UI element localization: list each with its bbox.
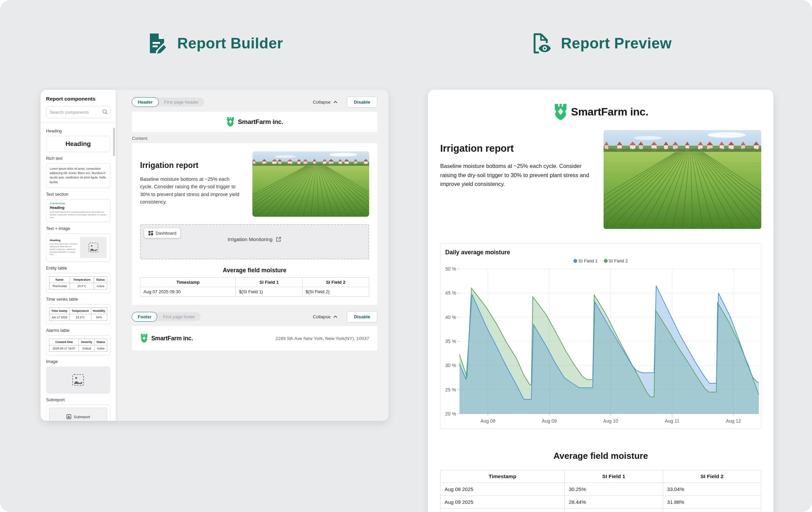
- search-input[interactable]: [46, 106, 111, 118]
- search-icon: [102, 109, 108, 115]
- svg-text:25 %: 25 %: [445, 387, 456, 392]
- component-label-subreport: Subreport: [46, 398, 110, 402]
- subreport-icon: [66, 414, 71, 419]
- component-text-image[interactable]: Heading Lorem ipsum dolor sit amet, cons…: [46, 233, 110, 262]
- table-row: Aug 08 2025 30.25% 33.04%: [441, 483, 761, 496]
- component-label-rich-text: Rich text: [46, 156, 110, 161]
- svg-text:Aug 09: Aug 09: [542, 418, 557, 424]
- farm-field-image: [252, 151, 369, 217]
- component-label-text-image: Text + image: [46, 226, 110, 231]
- report-footer-preview: SmartFarm inc. 2289 5th Ave New York, Ne…: [132, 326, 377, 350]
- component-rich-text[interactable]: Lorem ipsum dolor sit amet, consectetur …: [46, 163, 110, 188]
- svg-text:40 %: 40 %: [445, 315, 456, 320]
- component-label-heading: Heading: [46, 129, 110, 133]
- preview-report-body: Baseline moisture bottoms at ~25% each c…: [440, 162, 591, 189]
- report-header-preview: SmartFarm inc.: [132, 112, 377, 132]
- report-heading: Irrigation report: [140, 161, 241, 170]
- dashboard-placeholder-block[interactable]: Dashboard Irrigation Monitoring: [140, 224, 369, 259]
- footer-disable-button[interactable]: Disable: [347, 311, 377, 322]
- chevron-up-icon: [333, 100, 338, 105]
- report-content-canvas: Irrigation report Baseline moisture bott…: [132, 143, 377, 305]
- shield-logo-icon: [553, 103, 568, 121]
- svg-text:30 %: 30 %: [445, 363, 456, 368]
- footer-tabs: Footer First page footer: [132, 312, 201, 321]
- external-link-icon: [276, 236, 281, 242]
- company-name: SmartFarm inc.: [238, 118, 283, 126]
- sidebar-scrollbar[interactable]: [113, 128, 115, 156]
- svg-text:35 %: 35 %: [445, 339, 456, 344]
- report-preview-panel: SmartFarm inc. Irrigation report Baselin…: [428, 90, 773, 512]
- header-section-bar: Header First page header Collapse Disabl…: [132, 97, 377, 107]
- component-entity-table[interactable]: Name Temperature Status Thermostat 23.4°…: [46, 273, 110, 293]
- component-label-image: Image: [46, 359, 110, 364]
- shield-logo-icon: [226, 117, 235, 127]
- preview-table-title: Average field moisture: [440, 451, 761, 461]
- svg-text:50 %: 50 %: [445, 266, 456, 272]
- chevron-up-icon: [333, 314, 338, 319]
- component-list: Heading Heading Rich text Lorem ipsum do…: [41, 123, 116, 421]
- sidebar-title: Report components: [46, 96, 111, 102]
- table-row: Aug 09 2025 28.44% 31.88%: [441, 496, 761, 509]
- component-subreport[interactable]: Subreport: [46, 405, 110, 421]
- component-alarms-table[interactable]: Created time Severity Status 2025-06-17 …: [46, 335, 110, 355]
- tab-first-page-header[interactable]: First page header: [158, 98, 204, 107]
- header-disable-button[interactable]: Disable: [347, 97, 377, 108]
- svg-text:Aug 10: Aug 10: [603, 418, 618, 424]
- report-builder-icon: [146, 33, 168, 54]
- preview-title-row: Report Preview: [428, 33, 773, 54]
- tab-footer[interactable]: Footer: [132, 312, 157, 322]
- component-text-section[interactable]: SUBHEADING Heading Lorem ipsum dolor sit…: [46, 199, 110, 222]
- company-name: SmartFarm inc.: [151, 335, 193, 342]
- shield-logo-icon: [140, 334, 148, 343]
- footer-section-bar: Footer First page footer Collapse Disabl…: [132, 311, 377, 322]
- farm-field-image: [604, 130, 761, 229]
- image-placeholder-icon: [72, 374, 84, 386]
- component-label-alarms-table: Alarms table: [46, 328, 110, 333]
- table-row: Aug 07 2025 09:30 ${SI Field 1} ${SI Fie…: [140, 287, 369, 297]
- content-section-label: Content: [132, 136, 377, 141]
- component-heading[interactable]: Heading: [46, 136, 110, 152]
- image-placeholder-icon: [88, 242, 98, 253]
- moisture-chart-panel: Daily average moisture SI Field 1 SI Fie…: [440, 243, 761, 429]
- svg-text:20 %: 20 %: [445, 411, 456, 417]
- svg-text:Aug 12: Aug 12: [726, 418, 741, 424]
- builder-table-title: Average field moisture: [140, 267, 369, 274]
- moisture-area-chart: 20 %25 %30 %35 %40 %45 %50 %Aug 08Aug 09…: [441, 243, 761, 429]
- critical-severity-value: Critical: [79, 345, 94, 351]
- builder-moisture-table: Timestamp SI Field 1 SI Field 2 Aug 07 2…: [140, 277, 369, 297]
- dashboard-chip[interactable]: Dashboard: [144, 228, 180, 238]
- tab-first-page-footer[interactable]: First page footer: [157, 312, 201, 321]
- company-address: 2289 5th Ave New York, New York(NY), 100…: [275, 336, 369, 341]
- component-label-entity-table: Entity table: [46, 266, 110, 271]
- grid-icon: [148, 231, 153, 236]
- footer-collapse-button[interactable]: Collapse: [313, 314, 338, 319]
- company-logo: SmartFarm inc.: [553, 103, 649, 121]
- preview-moisture-table: Timestamp SI Field 1 SI Field 2 Aug 08 2…: [440, 470, 761, 512]
- component-time-series-table[interactable]: Time stamp Temperature Humidity Jun 17 2…: [46, 304, 110, 324]
- svg-text:Aug 08: Aug 08: [480, 418, 496, 424]
- tab-header[interactable]: Header: [132, 97, 159, 107]
- component-image[interactable]: [46, 366, 110, 393]
- component-label-time-series-table: Time series table: [46, 297, 110, 302]
- component-label-text-section: Text section: [46, 192, 110, 197]
- company-name: SmartFarm inc.: [571, 106, 649, 118]
- dashboard-link[interactable]: Irrigation Monitoring: [228, 236, 282, 242]
- report-builder-panel: Report components Heading Heading Rich t…: [41, 90, 388, 421]
- preview-report-heading: Irrigation report: [440, 143, 591, 154]
- report-preview-icon: [530, 33, 551, 54]
- components-sidebar: Report components Heading Heading Rich t…: [41, 90, 116, 421]
- report-body-text: Baseline moisture bottoms at ~25% each c…: [140, 175, 241, 206]
- company-logo: SmartFarm inc.: [140, 334, 193, 343]
- svg-text:Aug 11: Aug 11: [665, 418, 680, 424]
- preview-title: Report Preview: [561, 35, 672, 52]
- header-collapse-button[interactable]: Collapse: [313, 100, 338, 105]
- builder-editor: Header First page header Collapse Disabl…: [116, 90, 388, 421]
- svg-text:45 %: 45 %: [445, 290, 456, 296]
- header-tabs: Header First page header: [132, 98, 204, 107]
- table-row: Aug 10 2025 31.85% 31.27%: [441, 509, 761, 512]
- company-logo: SmartFarm inc.: [226, 117, 283, 127]
- builder-title-row: Report Builder: [41, 33, 388, 54]
- builder-title: Report Builder: [177, 35, 283, 52]
